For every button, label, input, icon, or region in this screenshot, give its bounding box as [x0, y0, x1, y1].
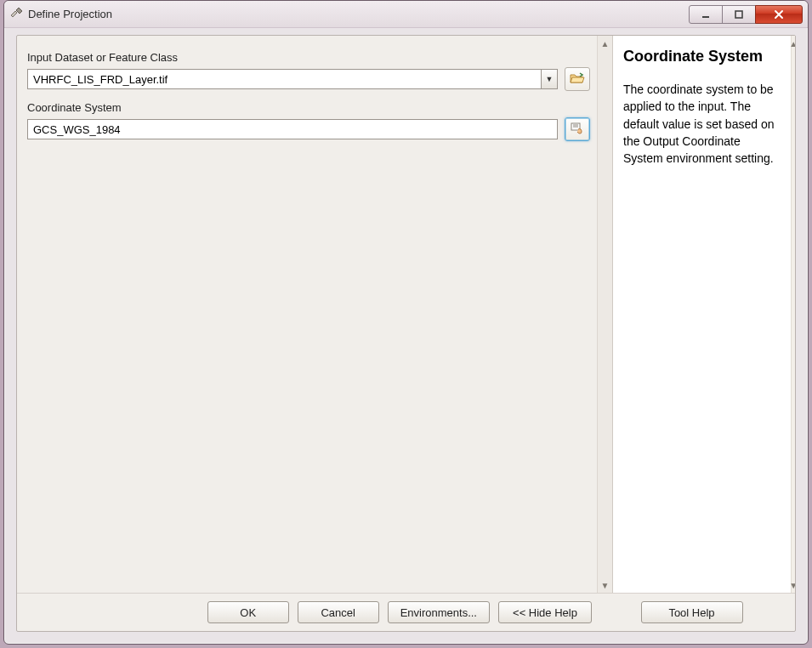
- input-dataset-row: ▼: [27, 67, 590, 91]
- browse-button[interactable]: [565, 67, 590, 91]
- hide-help-button[interactable]: << Hide Help: [498, 601, 592, 623]
- folder-open-icon: [570, 71, 585, 88]
- window-controls: [690, 5, 803, 24]
- help-content: Coordinate System The coordinate system …: [613, 36, 791, 593]
- window-title: Define Projection: [28, 8, 112, 20]
- tool-help-button[interactable]: Tool Help: [641, 601, 743, 623]
- scroll-down-icon[interactable]: ▼: [792, 577, 795, 593]
- chevron-down-icon[interactable]: ▼: [541, 69, 558, 89]
- svg-rect-0: [702, 16, 709, 18]
- titlebar[interactable]: Define Projection: [4, 1, 808, 28]
- form-area: Input Dataset or Feature Class ▼: [17, 36, 597, 593]
- close-button[interactable]: [755, 5, 803, 24]
- maximize-button[interactable]: [722, 5, 756, 24]
- scroll-up-icon[interactable]: ▲: [598, 36, 612, 51]
- minimize-button[interactable]: [689, 5, 723, 24]
- scroll-up-icon[interactable]: ▲: [792, 36, 795, 51]
- input-dataset-combo[interactable]: ▼: [27, 69, 558, 89]
- upper-area: Input Dataset or Feature Class ▼: [17, 36, 795, 594]
- scroll-down-icon[interactable]: ▼: [598, 577, 612, 593]
- help-pane: Coordinate System The coordinate system …: [612, 36, 795, 593]
- input-dataset-field[interactable]: [27, 69, 541, 89]
- tool-help-wrap: Tool Help: [600, 601, 783, 623]
- properties-hand-icon: [570, 122, 585, 138]
- coordinate-system-field[interactable]: [27, 119, 558, 139]
- coordinate-system-properties-button[interactable]: [565, 117, 590, 141]
- cancel-button[interactable]: Cancel: [298, 601, 379, 623]
- help-title: Coordinate System: [623, 48, 781, 65]
- coordinate-system-row: [27, 117, 590, 141]
- dialog-window: Define Projection Input Dataset or Featu…: [3, 0, 809, 645]
- help-scrollbar[interactable]: ▲ ▼: [791, 36, 795, 593]
- form-pane: Input Dataset or Feature Class ▼: [17, 36, 612, 593]
- environments-button[interactable]: Environments...: [388, 601, 490, 623]
- coordinate-system-label: Coordinate System: [27, 101, 590, 114]
- ok-button[interactable]: OK: [207, 601, 289, 623]
- input-dataset-label: Input Dataset or Feature Class: [27, 51, 590, 64]
- help-body: The coordinate system to be applied to t…: [623, 81, 781, 167]
- svg-rect-1: [735, 11, 742, 18]
- client-area: Input Dataset or Feature Class ▼: [16, 35, 796, 632]
- hammer-icon: [9, 8, 23, 21]
- form-scrollbar[interactable]: ▲ ▼: [597, 36, 612, 593]
- button-bar: OK Cancel Environments... << Hide Help T…: [17, 594, 795, 631]
